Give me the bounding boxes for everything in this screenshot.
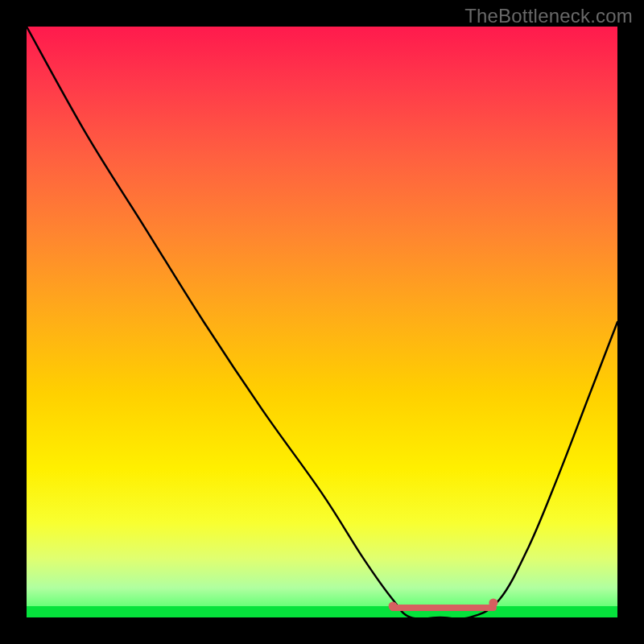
curve-svg: [27, 27, 617, 617]
optimal-dot-left: [389, 602, 398, 611]
bottleneck-curve-path: [27, 27, 617, 617]
watermark-text: TheBottleneck.com: [464, 5, 633, 27]
optimal-dot-right: [489, 599, 497, 608]
plot-area: [27, 27, 617, 617]
